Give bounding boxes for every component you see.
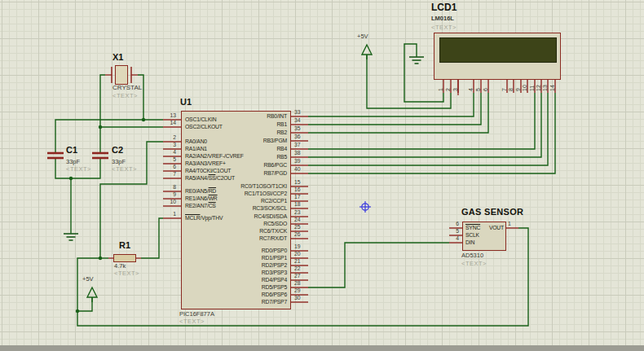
u1-pin-label: RA5/AN4/SS/C2OUT <box>185 175 235 181</box>
u1-pin-label: RC2/CCP1 <box>181 198 287 204</box>
u1-pin-number: 16 <box>294 186 315 192</box>
c2-ref[interactable]: C2 <box>112 145 123 155</box>
u1-pin-number: 21 <box>294 258 315 264</box>
lcd-pin-number: 10 <box>522 85 527 91</box>
gas-sensor-pin-label: DIN <box>465 239 474 245</box>
u1-pin-number: 7 <box>155 171 176 177</box>
net-e[interactable] <box>308 93 488 133</box>
gas-sensor-part-name: AD5310 <box>461 252 483 259</box>
power-5v-arrow-icon[interactable] <box>87 287 97 297</box>
sheet-edge-strip <box>0 345 644 351</box>
u1-pin-number: 27 <box>294 273 315 279</box>
lcd-part-name: LM016L <box>431 15 454 22</box>
u1-pin-number: 35 <box>294 125 315 131</box>
net-rs[interactable] <box>308 93 474 116</box>
power-5v-label: +5V <box>82 275 94 283</box>
u1-pin-label: RD2/PSP2 <box>181 262 287 268</box>
schematic-canvas: VSS1VDD2VEE3RS4RW5E6D07D18D29D310D411D51… <box>0 0 644 351</box>
junction-dot <box>99 125 102 129</box>
net-xtal-right[interactable] <box>138 75 143 120</box>
gas-sensor-title[interactable]: GAS SENSOR <box>461 207 523 217</box>
net-xtal-left[interactable] <box>100 75 105 153</box>
net-plus5v-tap[interactable] <box>77 297 92 311</box>
crystal-value: CRYSTAL <box>112 84 142 91</box>
r1-value: 4.7k <box>114 262 126 270</box>
u1-pin-number: 19 <box>294 244 315 249</box>
u1-ref[interactable]: U1 <box>180 97 192 107</box>
u1-pin-label: RB6/PGC <box>181 162 287 168</box>
gas-sensor-pin-number: 4 <box>448 235 459 241</box>
gas-sensor-pin-number: 6 <box>448 221 459 226</box>
u1-pin-number: 4 <box>155 149 176 155</box>
net-r1-mclr[interactable] <box>141 218 163 258</box>
u1-pin-number: 37 <box>294 142 315 147</box>
r1-ref[interactable]: R1 <box>119 240 130 250</box>
u1-pin-number: 9 <box>155 191 176 197</box>
net-din[interactable] <box>308 243 449 287</box>
u1-pin-label: RC5/SDO <box>181 221 287 226</box>
junction-dot <box>69 177 73 180</box>
lcd-pin-number: 9 <box>515 88 521 91</box>
u1-pin-number: 18 <box>294 201 315 207</box>
u1-pin-number: 36 <box>294 134 315 139</box>
crystal-x1-body[interactable] <box>115 65 128 85</box>
u1-pin-label: RC7/RX/DT <box>181 235 287 241</box>
u1-pin-number: 10 <box>155 199 176 204</box>
u1-pin-number: 40 <box>294 166 315 172</box>
u1-pin-number: 5 <box>155 156 176 162</box>
u1-pin-label: RD1/PSP1 <box>181 255 287 261</box>
u1-pin-number: 39 <box>294 158 315 164</box>
lcd-pin-number: 13 <box>542 85 548 91</box>
u1-pin-label: RB1 <box>181 121 287 127</box>
u1-pin-number: 34 <box>294 117 315 123</box>
u1-pin-number: 20 <box>294 251 315 257</box>
u1-pin-label: RD6/PSP6 <box>181 292 287 297</box>
lcd-pin-number: 2 <box>445 88 451 91</box>
u1-pin-number: 8 <box>155 184 176 190</box>
lcd-pin-number: 14 <box>549 85 555 91</box>
resistor-r1-body[interactable] <box>113 254 136 262</box>
u1-part-name: PIC16F877A <box>179 310 214 318</box>
u1-pin-number: 14 <box>155 120 176 125</box>
u1-pin-label: RB2 <box>181 129 287 135</box>
r1-text-placeholder: <TEXT> <box>114 270 139 277</box>
u1-pin-number: 28 <box>294 280 315 286</box>
lcd-pin-number: 3 <box>452 88 458 91</box>
u1-pin-number: 22 <box>294 265 315 271</box>
u1-pin-number: 6 <box>155 164 176 169</box>
junction-dot <box>76 309 79 313</box>
u1-pin-label: RB0/INT <box>181 113 287 119</box>
u1-pin-number: 30 <box>294 295 315 301</box>
crystal-ref[interactable]: X1 <box>112 52 123 62</box>
u1-pin-label: RB5 <box>181 154 287 160</box>
gas-sensor-pin-number: 5 <box>448 228 459 234</box>
u1-pin-label: RC1/T1OSI/CCP2 <box>181 191 287 196</box>
gas-sensor-pin-label: SYNC <box>465 225 480 230</box>
u1-pin-label: RC0/T1OSO/T1CKI <box>181 183 287 189</box>
u1-pin-label: RC4/SDI/SDA <box>181 213 287 219</box>
u1-pin-label: RD5/PSP5 <box>181 284 287 290</box>
u1-pin-number: 29 <box>294 287 315 293</box>
c1-value: 33pF <box>66 158 80 165</box>
u1-pin-number: 23 <box>294 209 315 215</box>
lcd-pin-number: 5 <box>475 88 481 91</box>
u1-pin-label: RB4 <box>181 146 287 151</box>
gas-sensor-pin-label: VOUT <box>484 225 504 230</box>
u1-pin-number: 33 <box>294 109 315 115</box>
power-5v-label: +5V <box>357 33 368 40</box>
gas-sensor-pin-label: SCLK <box>465 232 479 238</box>
u1-pin-number: 38 <box>294 150 315 156</box>
lcd-text-placeholder: <TEXT> <box>431 24 457 31</box>
lcd-pin-number: 4 <box>468 88 474 91</box>
lcd-ref[interactable]: LCD1 <box>431 2 457 13</box>
lcd-pin-number: 7 <box>501 88 507 91</box>
net-d6[interactable] <box>308 93 548 165</box>
c2-value: 33pF <box>112 158 126 165</box>
c2-text-placeholder: <TEXT> <box>112 165 137 173</box>
u1-pin-number: 1 <box>155 211 176 217</box>
crystal-text-placeholder: <TEXT> <box>112 92 138 99</box>
u1-pin-label: RD0/PSP0 <box>181 248 287 253</box>
u1-pin-number: 26 <box>294 231 315 237</box>
power-5v-arrow-icon[interactable] <box>362 45 372 55</box>
c1-ref[interactable]: C1 <box>66 145 77 155</box>
